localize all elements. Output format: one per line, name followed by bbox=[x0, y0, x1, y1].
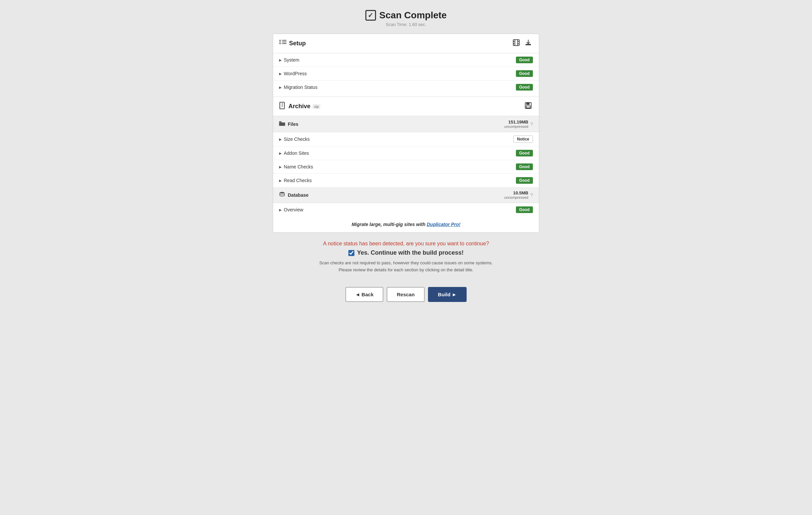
setup-film-button[interactable] bbox=[512, 39, 521, 48]
db-row-overview: ▶ Overview Good bbox=[273, 203, 539, 216]
addon-sites-arrow: ▶ bbox=[279, 151, 282, 155]
size-checks-badge: Notice bbox=[513, 135, 533, 143]
overview-badge: Good bbox=[516, 206, 533, 213]
database-size: 10.5MB bbox=[513, 190, 528, 195]
files-help-icon[interactable]: ? bbox=[530, 122, 533, 127]
system-arrow: ▶ bbox=[279, 58, 282, 62]
archive-icon bbox=[279, 102, 286, 111]
notice-desc-line1: Scan checks are not required to pass, ho… bbox=[319, 260, 493, 267]
setup-row-wordpress: ▶ WordPress Good bbox=[273, 67, 539, 81]
setup-section-header: Setup bbox=[273, 34, 539, 53]
setup-row-system: ▶ System Good bbox=[273, 53, 539, 67]
scan-complete-icon: ✓ bbox=[366, 10, 376, 21]
migration-arrow: ▶ bbox=[279, 86, 282, 89]
name-checks-arrow: ▶ bbox=[279, 165, 282, 169]
svg-rect-9 bbox=[518, 41, 519, 42]
promo-link[interactable]: Duplicator Pro! bbox=[427, 222, 460, 227]
files-row-addon-sites: ▶ Addon Sites Good bbox=[273, 147, 539, 160]
files-title: Files bbox=[279, 121, 298, 127]
svg-point-22 bbox=[280, 192, 284, 194]
archive-actions bbox=[524, 101, 533, 111]
database-help-icon[interactable]: ? bbox=[530, 192, 533, 198]
back-button[interactable]: ◄ Back bbox=[345, 287, 384, 302]
svg-rect-4 bbox=[282, 41, 286, 42]
setup-actions bbox=[512, 39, 533, 48]
database-title: Database bbox=[279, 191, 309, 199]
archive-save-button[interactable] bbox=[524, 101, 533, 111]
files-rows: ▶ Size Checks Notice ▶ Addon Sites Good … bbox=[273, 132, 539, 187]
svg-rect-18 bbox=[526, 102, 529, 105]
files-row-name-checks: ▶ Name Checks Good bbox=[273, 160, 539, 174]
notice-confirm: Yes. Continue with the build process! bbox=[319, 249, 493, 256]
migration-label: ▶ Migration Status bbox=[279, 85, 317, 90]
archive-zip-badge: zip bbox=[312, 104, 320, 109]
database-uncompressed: uncompressed bbox=[504, 195, 528, 200]
addon-sites-badge: Good bbox=[516, 150, 533, 156]
svg-rect-20 bbox=[527, 106, 530, 108]
archive-section-header: Archive zip bbox=[273, 96, 539, 116]
svg-rect-6 bbox=[513, 40, 519, 46]
svg-rect-12 bbox=[517, 40, 518, 46]
archive-title-text: Archive bbox=[288, 103, 311, 110]
files-icon bbox=[279, 121, 285, 127]
page-header: ✓ Scan Complete Scan Time: 1.60 sec. bbox=[366, 10, 446, 27]
main-card: Setup bbox=[273, 34, 539, 233]
svg-rect-7 bbox=[513, 41, 514, 42]
build-button[interactable]: Build ► bbox=[428, 287, 467, 302]
svg-rect-11 bbox=[515, 40, 515, 46]
files-meta: 151.19MB uncompressed ? bbox=[504, 120, 533, 128]
migration-badge: Good bbox=[516, 84, 533, 91]
wordpress-label: ▶ WordPress bbox=[279, 71, 307, 76]
files-size: 151.19MB bbox=[508, 120, 528, 124]
system-label: ▶ System bbox=[279, 57, 299, 63]
button-row: ◄ Back Rescan Build ► bbox=[345, 287, 467, 302]
setup-title-text: Setup bbox=[289, 40, 306, 47]
notice-confirm-text: Yes. Continue with the build process! bbox=[357, 249, 464, 256]
promo-bar: Migrate large, multi-gig sites with Dupl… bbox=[273, 216, 539, 232]
setup-download-button[interactable] bbox=[524, 39, 533, 48]
scan-complete-label: Scan Complete bbox=[379, 10, 446, 21]
size-checks-arrow: ▶ bbox=[279, 138, 282, 141]
scan-time: Scan Time: 1.60 sec. bbox=[366, 22, 446, 27]
notice-warning: A notice status has been detected, are y… bbox=[319, 241, 493, 247]
database-meta: 10.5MB uncompressed ? bbox=[504, 190, 533, 200]
notice-section: A notice status has been detected, are y… bbox=[319, 241, 493, 274]
read-checks-arrow: ▶ bbox=[279, 179, 282, 182]
files-row-size-checks: ▶ Size Checks Notice bbox=[273, 132, 539, 147]
files-subsection-header: Files 151.19MB uncompressed ? bbox=[273, 116, 539, 132]
database-subsection-header: Database 10.5MB uncompressed ? bbox=[273, 187, 539, 203]
setup-rows: ▶ System Good ▶ WordPress Good ▶ Migrati… bbox=[273, 53, 539, 94]
system-badge: Good bbox=[516, 57, 533, 63]
notice-desc-line2: Please review the details for each secti… bbox=[319, 267, 493, 274]
setup-row-migration: ▶ Migration Status Good bbox=[273, 81, 539, 94]
scan-complete-title: ✓ Scan Complete bbox=[366, 10, 446, 21]
rescan-button[interactable]: Rescan bbox=[387, 287, 424, 302]
svg-rect-21 bbox=[279, 121, 282, 122]
database-icon bbox=[279, 191, 285, 199]
database-rows: ▶ Overview Good bbox=[273, 203, 539, 216]
files-row-read-checks: ▶ Read Checks Good bbox=[273, 174, 539, 187]
archive-title: Archive zip bbox=[279, 102, 320, 111]
svg-rect-10 bbox=[518, 43, 519, 44]
svg-rect-8 bbox=[513, 43, 514, 44]
overview-arrow: ▶ bbox=[279, 208, 282, 212]
svg-rect-13 bbox=[280, 102, 284, 109]
notice-desc: Scan checks are not required to pass, ho… bbox=[319, 260, 493, 274]
svg-rect-3 bbox=[282, 40, 286, 41]
name-checks-badge: Good bbox=[516, 163, 533, 170]
wordpress-badge: Good bbox=[516, 70, 533, 77]
svg-rect-5 bbox=[282, 43, 286, 44]
files-uncompressed: uncompressed bbox=[504, 124, 528, 128]
promo-text: Migrate large, multi-gig sites with bbox=[352, 222, 427, 227]
setup-icon bbox=[279, 40, 286, 47]
read-checks-badge: Good bbox=[516, 177, 533, 184]
wordpress-arrow: ▶ bbox=[279, 72, 282, 75]
setup-title: Setup bbox=[279, 40, 306, 47]
svg-rect-0 bbox=[279, 40, 281, 41]
svg-rect-2 bbox=[279, 43, 281, 44]
svg-rect-1 bbox=[279, 41, 281, 42]
notice-checkbox[interactable] bbox=[348, 250, 354, 256]
